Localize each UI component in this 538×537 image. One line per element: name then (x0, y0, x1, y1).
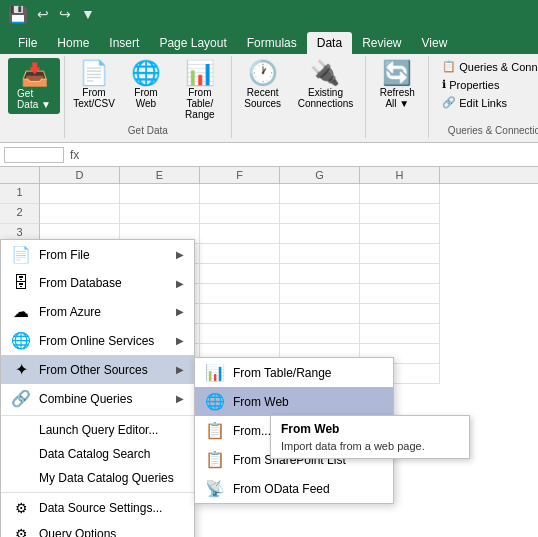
table-range-icon: 📊 (205, 363, 225, 382)
azure-icon: ☁ (11, 302, 31, 321)
data-source-settings-icon: ⚙ (11, 500, 31, 516)
queries-connections-button[interactable]: 📋 Queries & Connections (437, 58, 538, 75)
menu-combine-queries[interactable]: 🔗 Combine Queries ▶ (1, 384, 194, 413)
menu-data-source-settings-label: Data Source Settings... (39, 501, 162, 515)
submenu-from-table-range[interactable]: 📊 From Table/Range (195, 358, 393, 387)
from-text-csv-button[interactable]: 📄 FromText/CSV (69, 58, 119, 123)
cell-h2[interactable] (360, 204, 440, 224)
tooltip-text: Import data from a web page. (281, 440, 459, 452)
refresh-all-button[interactable]: 🔄 RefreshAll ▼ (372, 58, 422, 112)
cell-h5[interactable] (360, 264, 440, 284)
get-data-button[interactable]: 📥 GetData ▼ (8, 58, 60, 114)
online-services-icon: 🌐 (11, 331, 31, 350)
col-g: G (280, 167, 360, 183)
ribbon-tabs: File Home Insert Page Layout Formulas Da… (0, 28, 538, 54)
sharepoint-icon: 📋 (205, 450, 225, 469)
submenu-from-odata[interactable]: 📡 From OData Feed (195, 474, 393, 503)
tab-file[interactable]: File (8, 32, 47, 54)
other-sources-icon: ✦ (11, 360, 31, 379)
cell-f6[interactable] (200, 284, 280, 304)
name-box[interactable] (4, 147, 64, 163)
menu-from-online-services[interactable]: 🌐 From Online Services ▶ (1, 326, 194, 355)
get-data-group-label2: Get Data (69, 125, 227, 136)
cell-h8[interactable] (360, 324, 440, 344)
table-row: 1 (0, 184, 538, 204)
menu-query-options-label: Query Options (39, 527, 116, 537)
tab-data[interactable]: Data (307, 32, 352, 54)
cell-h3[interactable] (360, 224, 440, 244)
submenu-from-odata-label: From OData Feed (233, 482, 330, 496)
from-table-button[interactable]: 📊 From Table/Range (173, 58, 227, 123)
table-row: 2 (0, 204, 538, 224)
cell-g1[interactable] (280, 184, 360, 204)
customize-button[interactable]: ▼ (78, 6, 98, 22)
menu-data-catalog-search-label: Data Catalog Search (39, 447, 150, 461)
menu-combine-queries-label: Combine Queries (39, 392, 132, 406)
formula-bar: fx (0, 143, 538, 167)
queries-group: 📋 Queries & Connections ℹ Properties 🔗 E… (429, 56, 538, 138)
cell-f5[interactable] (200, 264, 280, 284)
cell-f7[interactable] (200, 304, 280, 324)
undo-button[interactable]: ↩ (34, 6, 52, 22)
from-file-arrow: ▶ (176, 249, 184, 260)
tab-review[interactable]: Review (352, 32, 411, 54)
menu-from-azure[interactable]: ☁ From Azure ▶ (1, 297, 194, 326)
menu-from-database[interactable]: 🗄 From Database ▶ (1, 269, 194, 297)
tab-formulas[interactable]: Formulas (237, 32, 307, 54)
from-web-ribbon-button[interactable]: 🌐 FromWeb (121, 58, 171, 123)
cell-f2[interactable] (200, 204, 280, 224)
menu-from-online-services-label: From Online Services (39, 334, 154, 348)
menu-launch-query-editor-label: Launch Query Editor... (39, 423, 158, 437)
cell-g6[interactable] (280, 284, 360, 304)
cell-h1[interactable] (360, 184, 440, 204)
menu-from-azure-label: From Azure (39, 305, 101, 319)
tab-page-layout[interactable]: Page Layout (149, 32, 236, 54)
tab-home[interactable]: Home (47, 32, 99, 54)
cell-h6[interactable] (360, 284, 440, 304)
menu-from-other-sources[interactable]: ✦ From Other Sources ▶ (1, 355, 194, 384)
cell-e2[interactable] (120, 204, 200, 224)
menu-data-catalog-search[interactable]: Data Catalog Search (1, 442, 194, 466)
cell-g2[interactable] (280, 204, 360, 224)
from-azure-arrow: ▶ (176, 306, 184, 317)
tab-insert[interactable]: Insert (99, 32, 149, 54)
menu-query-options[interactable]: ⚙ Query Options (1, 521, 194, 537)
cell-g8[interactable] (280, 324, 360, 344)
cell-g5[interactable] (280, 264, 360, 284)
combine-queries-arrow: ▶ (176, 393, 184, 404)
tab-view[interactable]: View (412, 32, 458, 54)
cell-e1[interactable] (120, 184, 200, 204)
cell-g3[interactable] (280, 224, 360, 244)
menu-my-data-catalog[interactable]: My Data Catalog Queries (1, 466, 194, 490)
cell-f4[interactable] (200, 244, 280, 264)
menu-from-other-sources-label: From Other Sources (39, 363, 148, 377)
cell-h7[interactable] (360, 304, 440, 324)
cell-f8[interactable] (200, 324, 280, 344)
cell-d2[interactable] (40, 204, 120, 224)
menu-data-source-settings[interactable]: ⚙ Data Source Settings... (1, 495, 194, 521)
column-headers: D E F G H (0, 167, 538, 184)
cell-f1[interactable] (200, 184, 280, 204)
cell-g7[interactable] (280, 304, 360, 324)
cell-g4[interactable] (280, 244, 360, 264)
properties-button[interactable]: ℹ Properties (437, 76, 538, 93)
cell-d1[interactable] (40, 184, 120, 204)
col-e: E (120, 167, 200, 183)
menu-launch-query-editor[interactable]: Launch Query Editor... (1, 418, 194, 442)
menu-from-file[interactable]: 📄 From File ▶ (1, 240, 194, 269)
queries-icon: 📋 (442, 60, 456, 73)
redo-button[interactable]: ↪ (56, 6, 74, 22)
ribbon: 📥 GetData ▼ 📄 FromText/CSV 🌐 FromWeb 📊 F… (0, 54, 538, 143)
edit-links-button[interactable]: 🔗 Edit Links (437, 94, 538, 111)
edit-links-icon: 🔗 (442, 96, 456, 109)
existing-connections-button[interactable]: 🔌 ExistingConnections (292, 58, 360, 112)
properties-icon: ℹ (442, 78, 446, 91)
row-1: 1 (0, 184, 40, 204)
submenu-from-web[interactable]: 🌐 From Web (195, 387, 393, 416)
recent-sources-button[interactable]: 🕐 RecentSources (238, 58, 288, 112)
from-online-services-arrow: ▶ (176, 335, 184, 346)
row-2: 2 (0, 204, 40, 224)
menu-from-file-label: From File (39, 248, 90, 262)
cell-h4[interactable] (360, 244, 440, 264)
cell-f3[interactable] (200, 224, 280, 244)
